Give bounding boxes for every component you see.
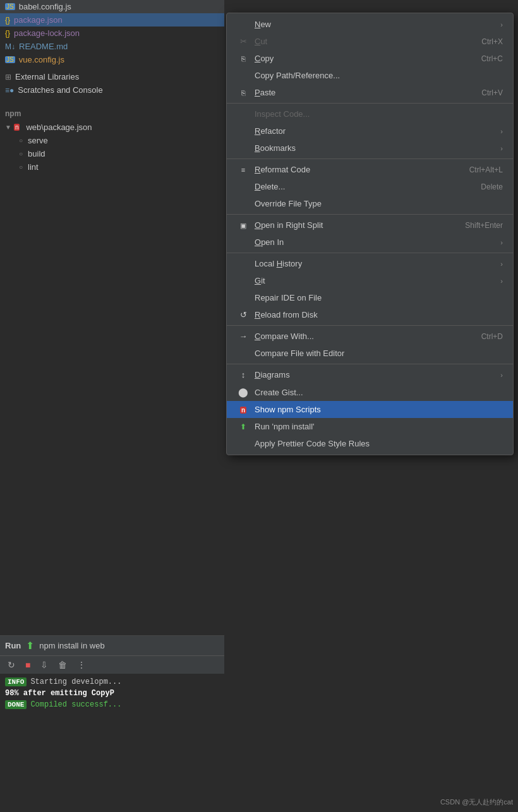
menu-label-refactor: Refactor	[255, 126, 495, 136]
menu-label-open-right: Open in Right Split	[255, 220, 452, 230]
menu-icon-cut: ✂	[237, 37, 250, 46]
menu-item-open-in[interactable]: Open In›	[227, 234, 513, 251]
scratches-label: Scratches and Console	[18, 85, 102, 95]
menu-icon-create-gist: ⬤	[237, 387, 250, 397]
menu-item-compare-with[interactable]: →Compare With...Ctrl+D	[227, 328, 513, 345]
menu-label-compare-editor: Compare File with Editor	[255, 349, 503, 358]
menu-label-repair-ide: Repair IDE on File	[255, 293, 503, 302]
done-badge: DONE	[5, 700, 27, 709]
menu-item-new[interactable]: New›	[227, 16, 513, 33]
npm-script-lint[interactable]: lint	[0, 160, 224, 174]
menu-icon-open-right: ▣	[237, 220, 250, 230]
more-button[interactable]: ⋮	[75, 659, 88, 671]
menu-label-cut: Cut	[255, 37, 469, 46]
menu-shortcut-reformat: Ctrl+Alt+L	[469, 165, 503, 174]
npm-script-serve-label: serve	[28, 136, 48, 145]
delete-button[interactable]: 🗑	[56, 659, 69, 671]
menu-item-bookmarks[interactable]: Bookmarks›	[227, 140, 513, 157]
console-info-text: Starting developm...	[30, 678, 121, 686]
menu-item-refactor[interactable]: Refactor›	[227, 122, 513, 140]
menu-item-delete[interactable]: Delete...Delete	[227, 178, 513, 195]
file-item-readme[interactable]: M↓ README.md	[0, 40, 224, 53]
menu-item-reload[interactable]: ↺Reload from Disk	[227, 306, 513, 323]
bottom-panel: Run ⬆ npm install in web ↻ ■ ⇩ 🗑 ⋮ INFO …	[0, 635, 224, 812]
npm-icon: n	[14, 124, 20, 131]
menu-label-git: Git	[255, 276, 495, 285]
file-item-package-json[interactable]: {} package.json	[0, 13, 224, 27]
menu-label-inspect: Inspect Code...	[255, 109, 503, 119]
menu-item-compare-editor[interactable]: Compare File with Editor	[227, 345, 513, 362]
console-line-bold: 98% after emitting CopyP	[5, 689, 219, 698]
file-name-package: package.json	[14, 15, 63, 25]
menu-item-copy[interactable]: ⎘CopyCtrl+C	[227, 50, 513, 67]
menu-separator-paste	[227, 103, 513, 104]
menu-icon-paste: ⎘	[237, 88, 250, 97]
file-name-babel: babel.config.js	[19, 2, 71, 11]
file-item-babel[interactable]: JS babel.config.js	[0, 0, 224, 13]
menu-item-override-type[interactable]: Override File Type	[227, 195, 513, 212]
menu-label-copy-path: Copy Path/Reference...	[255, 71, 503, 80]
json-icon-package: {}	[5, 16, 10, 25]
menu-arrow-local-history: ›	[500, 260, 503, 268]
menu-item-repair-ide[interactable]: Repair IDE on File	[227, 289, 513, 306]
menu-label-copy: Copy	[255, 54, 469, 63]
json-icon-lock: {}	[5, 29, 10, 38]
menu-icon-diagrams: ↕	[237, 370, 250, 379]
menu-item-local-history[interactable]: Local History›	[227, 255, 513, 272]
npm-script-build[interactable]: build	[0, 147, 224, 160]
menu-label-diagrams: Diagrams	[255, 370, 495, 379]
menu-item-run-npm[interactable]: ⬆Run 'npm install'	[227, 418, 513, 435]
npm-package-path: web\package.json	[26, 122, 92, 132]
menu-item-cut: ✂CutCtrl+X	[227, 33, 513, 50]
npm-section-label: npm	[0, 104, 224, 121]
menu-label-delete: Delete...	[255, 182, 468, 191]
run-header: Run ⬆ npm install in web	[0, 636, 224, 655]
menu-shortcut-cut: Ctrl+X	[481, 37, 503, 46]
menu-arrow-open-in: ›	[500, 239, 503, 246]
menu-label-paste: Paste	[255, 88, 469, 97]
menu-shortcut-open-right: Shift+Enter	[465, 221, 503, 230]
external-libraries[interactable]: ⊞ External Libraries	[0, 70, 224, 83]
console-done-text: Compiled successf...	[30, 700, 121, 709]
menu-item-open-right[interactable]: ▣Open in Right SplitShift+Enter	[227, 217, 513, 234]
menu-item-apply-prettier[interactable]: Apply Prettier Code Style Rules	[227, 435, 513, 452]
file-item-package-lock[interactable]: {} package-lock.json	[0, 27, 224, 40]
menu-arrow-bookmarks: ›	[500, 145, 503, 152]
menu-item-diagrams[interactable]: ↕Diagrams›	[227, 366, 513, 383]
menu-label-open-in: Open In	[255, 237, 495, 247]
menu-separator-reload	[227, 325, 513, 326]
npm-script-serve[interactable]: serve	[0, 134, 224, 147]
refresh-button[interactable]: ↻	[5, 659, 18, 671]
menu-item-create-gist[interactable]: ⬤Create Gist...	[227, 383, 513, 401]
menu-icon-reformat: ≡	[237, 165, 250, 174]
console-line-done: DONE Compiled successf...	[5, 700, 219, 709]
npm-package-header[interactable]: ▼ n web\package.json	[0, 121, 224, 134]
npm-script-build-label: build	[28, 149, 45, 158]
menu-label-apply-prettier: Apply Prettier Code Style Rules	[255, 439, 503, 448]
menu-icon-compare-with: →	[237, 331, 250, 341]
scratches-icon: ≡●	[5, 86, 14, 95]
context-menu: New›✂CutCtrl+X⎘CopyCtrl+CCopy Path/Refer…	[226, 13, 514, 455]
menu-shortcut-paste: Ctrl+V	[481, 88, 503, 97]
menu-arrow-new: ›	[500, 21, 503, 28]
menu-shortcut-copy: Ctrl+C	[481, 54, 503, 63]
menu-item-show-npm[interactable]: nShow npm Scripts	[227, 401, 513, 418]
menu-arrow-refactor: ›	[500, 128, 503, 135]
info-badge: INFO	[5, 678, 27, 686]
stop-button[interactable]: ■	[23, 659, 33, 671]
md-icon: M↓	[5, 42, 15, 51]
download-button[interactable]: ⇩	[38, 659, 51, 671]
menu-item-git[interactable]: Git›	[227, 272, 513, 289]
console-area: INFO Starting developm... 98% after emit…	[0, 674, 224, 715]
menu-item-copy-path[interactable]: Copy Path/Reference...	[227, 67, 513, 84]
file-name-vue: vue.config.js	[19, 55, 64, 64]
watermark: CSDN @无人赴约的cat	[440, 797, 513, 807]
menu-icon-reload: ↺	[237, 310, 250, 319]
menu-label-new: New	[255, 20, 495, 29]
file-item-vue-config[interactable]: JS vue.config.js	[0, 53, 224, 66]
menu-item-paste[interactable]: ⎘PasteCtrl+V	[227, 84, 513, 101]
menu-item-reformat[interactable]: ≡Reformat CodeCtrl+Alt+L	[227, 161, 513, 178]
scratches-console[interactable]: ≡● Scratches and Console	[0, 83, 224, 97]
npm-script-lint-label: lint	[28, 162, 39, 172]
menu-label-reformat: Reformat Code	[255, 165, 457, 174]
